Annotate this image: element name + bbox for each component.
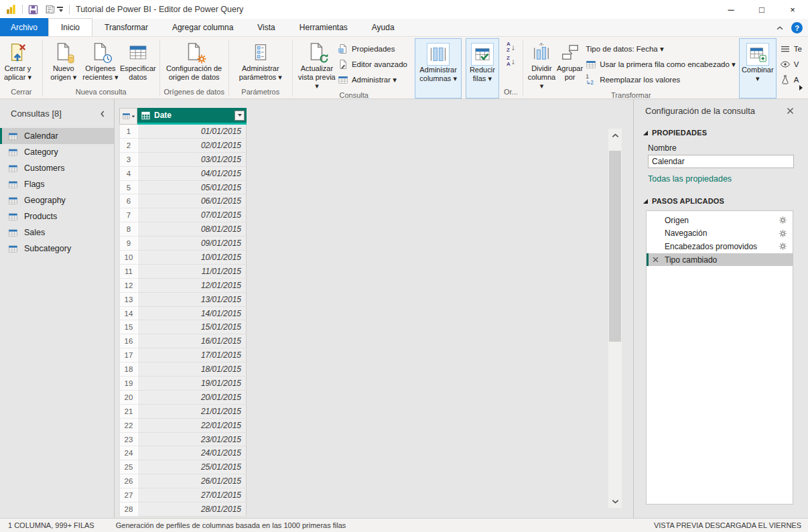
row-number-cell[interactable]: 17 (119, 348, 137, 362)
sort-descending-button[interactable]: ZA↓ (507, 56, 515, 68)
row-number-cell[interactable]: 14 (119, 307, 137, 321)
ribbon-tab[interactable]: Inicio (48, 18, 92, 36)
advanced-editor-button[interactable]: Editor avanzado (338, 56, 407, 72)
replace-values-button[interactable]: 1↳2 Reemplazar los valores (586, 72, 736, 87)
scroll-down-button[interactable] (608, 494, 622, 508)
step-settings-gear-icon[interactable] (779, 242, 787, 251)
row-number-cell[interactable]: 1 (119, 125, 137, 139)
date-cell[interactable]: 28/01/2015 (137, 503, 247, 517)
data-source-settings-button[interactable]: Configuración de origen de datos (166, 38, 222, 82)
select-all-corner[interactable] (119, 108, 137, 125)
date-cell[interactable]: 10/01/2015 (137, 251, 247, 265)
ribbon-tab[interactable]: Transformar (92, 18, 160, 36)
query-name-input[interactable] (648, 155, 794, 168)
save-icon[interactable] (27, 4, 39, 15)
date-cell[interactable]: 03/01/2015 (137, 153, 247, 167)
date-cell[interactable]: 24/01/2015 (137, 446, 247, 460)
enter-data-button[interactable]: Especificar datos (120, 38, 156, 82)
recent-sources-button[interactable]: Orígenes recientes ▾ (81, 38, 120, 82)
vertical-scrollbar[interactable] (608, 129, 622, 508)
step-settings-gear-icon[interactable] (779, 216, 787, 224)
scrollbar-thumb[interactable] (609, 151, 621, 342)
applied-step[interactable]: Origen (647, 214, 793, 227)
script-page-icon[interactable] (44, 4, 56, 15)
row-number-cell[interactable]: 9 (119, 237, 137, 251)
row-number-cell[interactable]: 24 (119, 446, 137, 460)
qat-dropdown-icon[interactable] (59, 9, 63, 12)
ribbon-tab[interactable]: Agregar columna (160, 18, 245, 36)
row-number-cell[interactable]: 13 (119, 293, 137, 307)
vision-button[interactable]: V (780, 56, 802, 72)
step-settings-gear-icon[interactable] (779, 229, 787, 238)
close-apply-button[interactable]: Cerrar y aplicar ▾ (4, 38, 31, 82)
row-number-cell[interactable]: 16 (119, 334, 137, 348)
row-number-cell[interactable]: 11 (119, 265, 137, 279)
row-number-cell[interactable]: 4 (119, 167, 137, 181)
row-number-cell[interactable]: 2 (119, 139, 137, 153)
row-number-cell[interactable]: 10 (119, 251, 137, 265)
query-list-item[interactable]: Products (0, 208, 114, 224)
row-number-cell[interactable]: 20 (119, 391, 137, 405)
help-button[interactable]: ? (791, 22, 803, 34)
ribbon-tab[interactable]: Ayuda (360, 18, 407, 36)
date-cell[interactable]: 20/01/2015 (137, 391, 247, 405)
azure-ml-button[interactable]: A (780, 72, 802, 87)
date-cell[interactable]: 09/01/2015 (137, 237, 247, 251)
row-number-cell[interactable]: 27 (119, 488, 137, 503)
date-cell[interactable]: 04/01/2015 (137, 167, 247, 181)
date-cell[interactable]: 14/01/2015 (137, 307, 247, 321)
date-cell[interactable]: 21/01/2015 (137, 405, 247, 419)
refresh-preview-button[interactable]: Actualizar vista previa ▾ (296, 38, 338, 91)
row-number-cell[interactable]: 21 (119, 405, 137, 419)
text-analytics-button[interactable]: Te (780, 41, 802, 56)
row-number-cell[interactable]: 25 (119, 460, 137, 474)
close-panel-icon[interactable] (786, 107, 795, 115)
scroll-up-button[interactable] (608, 129, 622, 142)
maximize-button[interactable]: □ (746, 0, 777, 19)
row-number-cell[interactable]: 6 (119, 194, 137, 208)
ribbon-tab[interactable]: Herramientas (287, 18, 360, 36)
date-cell[interactable]: 26/01/2015 (137, 474, 247, 488)
date-cell[interactable]: 23/01/2015 (137, 433, 247, 447)
query-list-item[interactable]: Subcategory (0, 241, 114, 257)
row-number-cell[interactable]: 8 (119, 222, 137, 237)
ribbon-overflow-arrow-icon[interactable] (799, 85, 803, 90)
data-type-button[interactable]: Tipo de datos: Fecha ▾ (586, 41, 736, 56)
manage-columns-button[interactable]: Administrar columnas ▾ (419, 39, 457, 83)
date-cell[interactable]: 02/01/2015 (137, 139, 247, 153)
date-cell[interactable]: 16/01/2015 (137, 334, 247, 348)
date-cell[interactable]: 13/01/2015 (137, 293, 247, 307)
row-number-cell[interactable]: 22 (119, 419, 137, 433)
reduce-rows-button[interactable]: Reducir filas ▾ (470, 39, 495, 83)
applied-steps-section-header[interactable]: PASOS APLICADOS (643, 197, 724, 205)
row-number-cell[interactable]: 23 (119, 433, 137, 447)
date-cell[interactable]: 19/01/2015 (137, 377, 247, 391)
row-number-cell[interactable]: 19 (119, 377, 137, 391)
ribbon-tab[interactable]: Archivo (0, 18, 48, 36)
profiling-status[interactable]: Generación de perfiles de columnas basad… (116, 521, 346, 529)
row-number-cell[interactable]: 7 (119, 208, 137, 222)
query-list-item[interactable]: Flags (0, 176, 114, 192)
date-cell[interactable]: 18/01/2015 (137, 362, 247, 377)
date-cell[interactable]: 15/01/2015 (137, 320, 247, 334)
manage-button[interactable]: Administrar ▾ (338, 72, 407, 87)
applied-step[interactable]: Tipo cambiado (647, 253, 793, 267)
date-cell[interactable]: 01/01/2015 (137, 125, 247, 139)
collapse-ribbon-icon[interactable] (775, 23, 785, 33)
date-cell[interactable]: 12/01/2015 (137, 279, 247, 293)
date-cell[interactable]: 08/01/2015 (137, 222, 247, 237)
query-list-item[interactable]: Customers (0, 160, 114, 176)
group-by-button[interactable]: Agrupar por (557, 38, 583, 82)
date-cell[interactable]: 27/01/2015 (137, 488, 247, 503)
ribbon-tab[interactable]: Vista (245, 18, 287, 36)
split-column-button[interactable]: Dividir columna ▾ (527, 38, 557, 91)
properties-button[interactable]: Propiedades (338, 41, 407, 56)
all-properties-link[interactable]: Todas las propiedades (648, 174, 732, 184)
delete-step-icon[interactable] (652, 256, 659, 263)
combine-button[interactable]: Combinar ▾ (742, 39, 774, 83)
qat-customize-icon[interactable] (57, 7, 63, 8)
column-filter-button[interactable] (234, 111, 245, 121)
scrollbar-track[interactable] (608, 142, 622, 494)
date-cell[interactable]: 17/01/2015 (137, 348, 247, 362)
date-cell[interactable]: 11/01/2015 (137, 265, 247, 279)
